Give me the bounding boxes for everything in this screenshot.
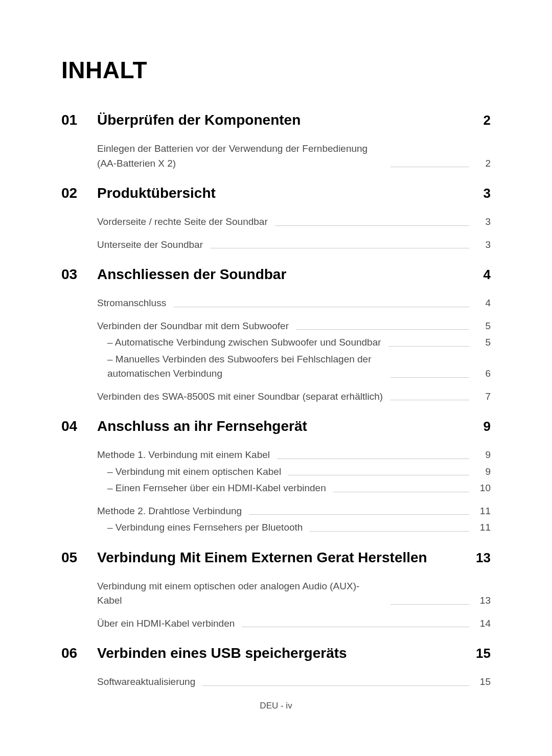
toc-entry-leader [390, 400, 469, 400]
toc-section-page: 15 [470, 646, 491, 661]
toc-section-number: 01 [61, 112, 97, 128]
toc-section: 02Produktübersicht3Vorderseite / rechte … [61, 185, 491, 252]
toc-section-page: 3 [470, 186, 491, 201]
toc-entry-page: 7 [473, 390, 491, 404]
toc-entry[interactable]: Softwareaktualisierung15 [97, 675, 491, 690]
toc-entry-text: Methode 1. Verbindung mit einem Kabel [97, 448, 270, 463]
toc-entry-leader [390, 604, 469, 605]
toc-entry-page: 5 [473, 319, 491, 334]
toc-entry-text: Verbinden der Soundbar mit dem Subwoofer [97, 319, 289, 334]
page-container: INHALT 01Überprüfen der Komponenten2Einl… [0, 0, 552, 690]
toc-entry[interactable]: Einen Fernseher über ein HDMI-Kabel verb… [97, 481, 491, 496]
toc-section-number: 05 [61, 549, 97, 566]
toc-entry-leader [333, 492, 469, 492]
toc-section-title: Anschluss an ihr Fernsehgerät [97, 418, 470, 434]
toc-sections: 01Überprüfen der Komponenten2Einlegen de… [61, 112, 491, 690]
toc-entries: Stromanschluss4Verbinden der Soundbar mi… [97, 296, 491, 404]
toc-entry-group: Methode 2. Drahtlose Verbindung11Verbind… [97, 504, 491, 535]
toc-entry-text: Verbindung mit einem optischen Kabel [97, 465, 281, 479]
toc-entries: Vorderseite / rechte Seite der Soundbar3… [97, 215, 491, 252]
toc-entry-leader [310, 531, 469, 532]
toc-entry-leader [388, 346, 469, 347]
toc-entry-text: Einen Fernseher über ein HDMI-Kabel verb… [97, 481, 326, 496]
toc-entry[interactable]: Stromanschluss4 [97, 296, 491, 311]
toc-entry-page: 9 [473, 465, 491, 479]
toc-entry-group: Softwareaktualisierung15 [97, 675, 491, 690]
toc-section-title: Produktübersicht [97, 185, 470, 201]
toc-entry-group: Unterseite der Soundbar3 [97, 238, 491, 253]
toc-entry-page: 3 [473, 238, 491, 253]
toc-entry[interactable]: Über ein HDMI-Kabel verbinden14 [97, 616, 491, 631]
toc-entry[interactable]: Verbinden der Soundbar mit dem Subwoofer… [97, 319, 491, 334]
toc-entry-page: 2 [473, 156, 491, 171]
toc-entry-page: 9 [473, 448, 491, 463]
toc-entry-text: Methode 2. Drahtlose Verbindung [97, 504, 242, 519]
toc-entry-leader [210, 248, 469, 248]
toc-section-number: 06 [61, 645, 97, 661]
toc-entry-leader [275, 225, 469, 226]
toc-entry-text: Einlegen der Batterien vor der Verwendun… [97, 142, 383, 171]
toc-entry-leader [242, 627, 469, 627]
toc-entry-page: 3 [473, 215, 491, 230]
toc-entry[interactable]: Automatische Verbindung zwischen Subwoof… [97, 335, 491, 350]
toc-section-page: 13 [470, 550, 491, 566]
toc-section-page: 2 [470, 112, 491, 128]
toc-entry-group: Verbindung mit einem optischen oder anal… [97, 579, 491, 608]
toc-entry[interactable]: Verbindung mit einem optischen Kabel9 [97, 465, 491, 479]
toc-entry[interactable]: Methode 1. Verbindung mit einem Kabel9 [97, 448, 491, 463]
toc-section-head[interactable]: 01Überprüfen der Komponenten2 [61, 112, 491, 128]
toc-entry[interactable]: Einlegen der Batterien vor der Verwendun… [97, 142, 491, 171]
toc-section-number: 02 [61, 185, 97, 201]
toc-section-head[interactable]: 03Anschliessen der Soundbar4 [61, 266, 491, 283]
toc-section: 03Anschliessen der Soundbar4Stromanschlu… [61, 266, 491, 404]
toc-section: 05Verbindung Mit Einem Externen Gerat He… [61, 549, 491, 631]
toc-section-title: Verbinden eines USB speichergeräts [97, 645, 470, 661]
toc-entry-page: 15 [473, 675, 491, 690]
toc-entry-text: Verbindung mit einem optischen oder anal… [97, 579, 383, 608]
toc-entries: Verbindung mit einem optischen oder anal… [97, 579, 491, 631]
toc-entry[interactable]: Vorderseite / rechte Seite der Soundbar3 [97, 215, 491, 230]
toc-entry-leader [249, 514, 469, 515]
toc-entry-group: Über ein HDMI-Kabel verbinden14 [97, 616, 491, 631]
toc-entry-leader [390, 377, 469, 378]
toc-entry-group: Stromanschluss4 [97, 296, 491, 311]
toc-entry-text: Manuelles Verbinden des Subwoofers bei F… [97, 352, 383, 381]
page-title: INHALT [61, 56, 491, 84]
toc-entry[interactable]: Verbindung mit einem optischen oder anal… [97, 579, 491, 608]
toc-entry-text: Über ein HDMI-Kabel verbinden [97, 616, 235, 631]
toc-section-title: Anschliessen der Soundbar [97, 266, 470, 283]
toc-section-page: 9 [470, 419, 491, 434]
toc-entry-group: Methode 1. Verbindung mit einem Kabel9Ve… [97, 448, 491, 496]
toc-entry-page: 6 [473, 366, 491, 381]
toc-section: 04Anschluss an ihr Fernsehgerät9Methode … [61, 418, 491, 535]
toc-entry[interactable]: Methode 2. Drahtlose Verbindung11 [97, 504, 491, 519]
toc-entry[interactable]: Unterseite der Soundbar3 [97, 238, 491, 253]
toc-entry-text: Unterseite der Soundbar [97, 238, 203, 253]
toc-entries: Einlegen der Batterien vor der Verwendun… [97, 142, 491, 171]
toc-entry-leader [296, 329, 469, 330]
toc-entry[interactable]: Verbindung eines Fernsehers per Bluetoot… [97, 520, 491, 535]
toc-section-number: 04 [61, 418, 97, 434]
toc-entry-group: Vorderseite / rechte Seite der Soundbar3 [97, 215, 491, 230]
toc-entry-text: Softwareaktualisierung [97, 675, 195, 690]
toc-section-title: Überprüfen der Komponenten [97, 112, 470, 128]
toc-section-number: 03 [61, 266, 97, 283]
toc-entry[interactable]: Manuelles Verbinden des Subwoofers bei F… [97, 352, 491, 381]
toc-entry-page: 13 [473, 593, 491, 608]
toc-section-head[interactable]: 06Verbinden eines USB speichergeräts15 [61, 645, 491, 661]
toc-section-page: 4 [470, 267, 491, 283]
toc-entry[interactable]: Verbinden des SWA-8500S mit einer Soundb… [97, 390, 491, 404]
toc-entries: Methode 1. Verbindung mit einem Kabel9Ve… [97, 448, 491, 535]
toc-entry-leader [202, 685, 469, 686]
toc-section-head[interactable]: 04Anschluss an ihr Fernsehgerät9 [61, 418, 491, 434]
toc-entries: Softwareaktualisierung15 [97, 675, 491, 690]
toc-entry-text: Automatische Verbindung zwischen Subwoof… [97, 335, 381, 350]
toc-entry-page: 11 [473, 520, 491, 535]
toc-entry-page: 5 [473, 335, 491, 350]
toc-section-head[interactable]: 05Verbindung Mit Einem Externen Gerat He… [61, 549, 491, 566]
toc-entry-text: Verbinden des SWA-8500S mit einer Soundb… [97, 390, 383, 404]
toc-entry-group: Verbinden der Soundbar mit dem Subwoofer… [97, 319, 491, 381]
toc-section: 06Verbinden eines USB speichergeräts15So… [61, 645, 491, 690]
toc-section-head[interactable]: 02Produktübersicht3 [61, 185, 491, 201]
toc-section-title: Verbindung Mit Einem Externen Gerat Hers… [97, 549, 470, 566]
